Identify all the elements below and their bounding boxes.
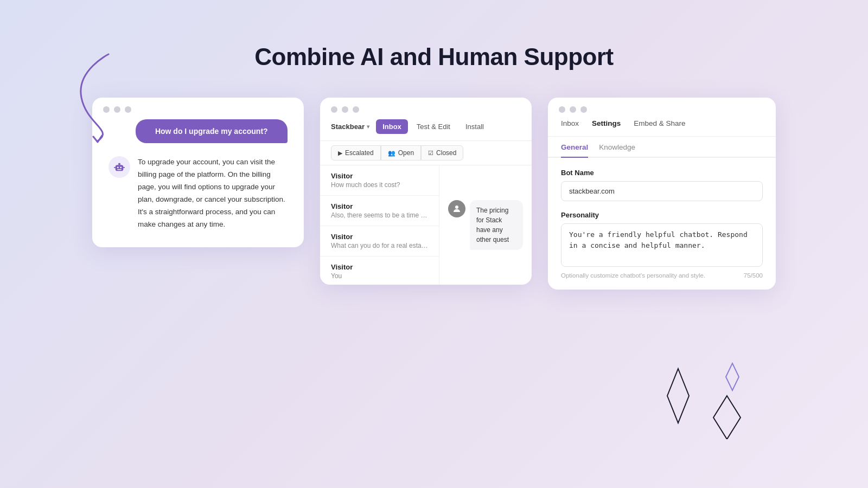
inbox-main: Visitor How much does it cost? Visitor A… [320, 165, 532, 285]
tab-install[interactable]: Install [459, 119, 490, 134]
bot-name-input[interactable] [561, 181, 763, 201]
chat-response-text: To upgrade your account, you can visit t… [138, 156, 288, 231]
inbox-item-1[interactable]: Visitor How much does it cost? [320, 165, 439, 196]
dot-4 [331, 106, 337, 113]
svg-rect-3 [118, 163, 120, 165]
svg-rect-0 [116, 165, 124, 171]
dot-9 [580, 106, 587, 113]
personality-label: Personality [561, 211, 763, 219]
svg-point-2 [120, 167, 122, 169]
inbox-item-preview-1: How much does it cost? [331, 181, 428, 189]
inbox-filter-tabs: ▶ Escalated 👥 Open ☑ Closed [320, 141, 532, 165]
inbox-tabs: Stackbear ▾ Inbox Test & Edit Install [320, 119, 532, 141]
nav-inbox[interactable]: Inbox [561, 119, 579, 129]
settings-nav: Inbox Settings Embed & Share [548, 119, 776, 137]
brand-name: Stackbear [331, 123, 365, 131]
inbox-item-preview-3: What can you do for a real estate site? [331, 242, 428, 249]
inbox-item-name-1: Visitor [331, 172, 428, 180]
inbox-item-name-2: Visitor [331, 202, 428, 210]
inbox-item-3[interactable]: Visitor What can you do for a real estat… [320, 226, 439, 256]
filter-escalated[interactable]: ▶ Escalated [331, 145, 381, 160]
nav-settings[interactable]: Settings [592, 119, 621, 129]
filter-open[interactable]: 👥 Open [381, 145, 421, 160]
nav-embed-share[interactable]: Embed & Share [634, 119, 685, 129]
cards-container: How do I upgrade my account? To upgrade … [0, 70, 868, 290]
filter-escalated-label: Escalated [345, 149, 374, 157]
inbox-chat-area: The pricing for Stack have any other que… [439, 165, 532, 285]
inbox-item-4[interactable]: Visitor You [320, 256, 439, 285]
bot-avatar [108, 156, 130, 178]
agent-message: The pricing for Stack have any other que… [470, 200, 523, 250]
personality-textarea[interactable]: You're a friendly helpful chatbot. Respo… [561, 223, 763, 267]
dot-8 [570, 106, 576, 113]
personality-hint: Optionally customize chatbot's personali… [561, 272, 705, 279]
svg-point-7 [455, 206, 458, 209]
card-settings: Inbox Settings Embed & Share General Kno… [548, 98, 776, 290]
agent-bubble: The pricing for Stack have any other que… [448, 200, 523, 250]
inbox-sidebar: Visitor How much does it cost? Visitor A… [320, 165, 439, 285]
filter-open-label: Open [398, 149, 414, 157]
filter-closed[interactable]: ☑ Closed [421, 145, 463, 160]
window-chrome-inbox [320, 98, 532, 119]
page-title: Combine AI and Human Support [0, 0, 868, 70]
chat-response-area: To upgrade your account, you can visit t… [108, 156, 288, 231]
bot-name-label: Bot Name [561, 169, 763, 177]
inbox-item-name-3: Visitor [331, 233, 428, 241]
dot-7 [559, 106, 565, 113]
card-inbox: Stackbear ▾ Inbox Test & Edit Install ▶ … [320, 98, 532, 285]
filter-closed-label: Closed [436, 149, 456, 157]
tab-inbox[interactable]: Inbox [376, 119, 408, 134]
inbox-item-preview-4: You [331, 272, 428, 280]
curl-decoration [65, 49, 130, 146]
personality-count: 75/500 [744, 272, 763, 279]
inbox-brand: Stackbear ▾ [331, 123, 369, 131]
chevron-icon: ▾ [367, 124, 369, 130]
open-icon: 👥 [388, 150, 395, 157]
dot-5 [342, 106, 348, 113]
inbox-item-2[interactable]: Visitor Also, there seems to be a time l… [320, 196, 439, 226]
escalated-icon: ▶ [338, 150, 342, 157]
settings-body: Bot Name Personality You're a friendly h… [548, 158, 776, 290]
agent-avatar [448, 200, 465, 217]
user-bubble: How do I upgrade my account? [136, 119, 288, 143]
closed-icon: ☑ [428, 150, 433, 157]
inbox-item-preview-2: Also, there seems to be a time limit on … [331, 211, 428, 219]
tab-test-edit[interactable]: Test & Edit [410, 119, 457, 134]
settings-sub-nav: General Knowledge [548, 137, 776, 158]
diamond-decoration [651, 358, 760, 439]
sub-nav-general[interactable]: General [561, 143, 588, 158]
dot-6 [353, 106, 359, 113]
svg-point-1 [117, 167, 119, 169]
settings-hint-row: Optionally customize chatbot's personali… [561, 272, 763, 279]
window-chrome-settings [548, 98, 776, 119]
inbox-item-name-4: Visitor [331, 263, 428, 271]
sub-nav-knowledge[interactable]: Knowledge [599, 143, 635, 157]
